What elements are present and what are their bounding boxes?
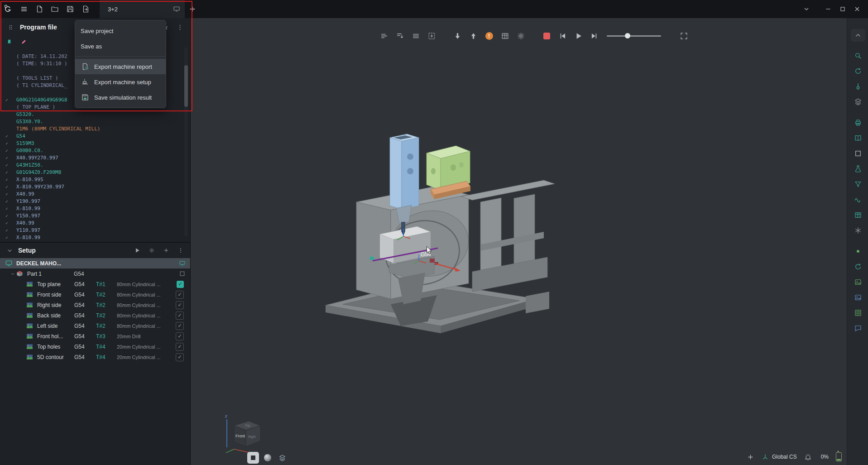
documentation-button[interactable] xyxy=(851,131,865,145)
gcode-line[interactable]: G54 xyxy=(0,132,182,139)
gcode-line[interactable]: X-810.99 xyxy=(0,205,182,212)
scrollbar-thumb[interactable] xyxy=(184,65,188,107)
open-file-button[interactable] xyxy=(47,0,62,18)
gcode-line[interactable]: S159M3 xyxy=(0,139,182,147)
go-to-line-button[interactable] xyxy=(394,30,406,42)
filter-button[interactable] xyxy=(851,177,865,191)
setup-tree-row[interactable]: Back side G54 T#2 80mm Cylindrical ... xyxy=(0,310,190,321)
grid-view-button[interactable] xyxy=(851,306,865,320)
navcube-right-face[interactable]: Right xyxy=(248,435,255,439)
layers-view-button[interactable] xyxy=(276,452,288,464)
shaded-view-button[interactable] xyxy=(262,452,273,464)
gcode-line[interactable]: Y150.997 xyxy=(0,212,182,219)
setup-tree-row[interactable]: Left side G54 T#2 80mm Cylindrical ... xyxy=(0,321,190,331)
bookmark-icon[interactable] xyxy=(5,38,13,45)
close-button[interactable] xyxy=(850,0,864,18)
gcode-line[interactable]: X-810.99Y230.997 xyxy=(0,183,182,190)
step-up-button[interactable] xyxy=(467,30,479,42)
new-file-button[interactable] xyxy=(32,0,47,18)
speed-slider[interactable] xyxy=(607,35,661,37)
show-all-lines-button[interactable] xyxy=(410,30,422,42)
setup-tree-row[interactable]: Front side G54 T#2 80mm Cylindrical ... xyxy=(0,289,190,300)
add-operation-button[interactable] xyxy=(161,245,171,255)
run-setup-button[interactable] xyxy=(132,245,142,255)
go-to-end-button[interactable] xyxy=(588,30,600,42)
maximize-button[interactable] xyxy=(835,0,850,18)
menu-item-export-machine-report[interactable]: Export machine report xyxy=(75,59,166,74)
row-right-icon[interactable] xyxy=(179,270,186,277)
selection-zone-button[interactable] xyxy=(426,30,437,42)
add-cs-button[interactable] xyxy=(747,453,754,461)
row-right-icon[interactable] xyxy=(179,260,186,267)
gcode-line[interactable]: G53X0.Y0. xyxy=(0,118,182,125)
setup-tree-row[interactable]: DECKEL MAHO... xyxy=(0,258,190,268)
gcode-line[interactable]: G5320. xyxy=(0,110,182,118)
save-button[interactable] xyxy=(62,0,78,18)
minimize-button[interactable] xyxy=(821,0,835,18)
menu-item-save-simulation-result[interactable]: Save simulation result xyxy=(75,90,166,105)
statistics-table-button[interactable] xyxy=(499,30,511,42)
collapse-rail-button[interactable] xyxy=(851,29,865,42)
navcube-top-face[interactable]: Top xyxy=(245,424,250,427)
workspace-chevron-button[interactable] xyxy=(799,0,814,18)
edit-marker-icon[interactable] xyxy=(20,38,27,45)
comments-button[interactable] xyxy=(851,321,865,335)
chevron-down-icon[interactable] xyxy=(10,271,16,277)
gcode-line[interactable]: Y190.997 xyxy=(0,197,182,205)
main-menu-button[interactable] xyxy=(16,0,32,18)
document-tab[interactable]: 3+2 xyxy=(100,0,185,18)
navigation-cube[interactable]: Z Top Front Right xyxy=(221,413,266,455)
warnings-button[interactable]: ! xyxy=(483,30,495,42)
program-scrollbar[interactable] xyxy=(184,47,188,236)
row-check-icon[interactable] xyxy=(176,322,184,330)
gcode-line[interactable]: X-810.99 xyxy=(0,234,182,241)
render-blue-button[interactable] xyxy=(851,291,865,304)
collapse-setup-icon[interactable] xyxy=(5,245,14,255)
row-check-icon[interactable] xyxy=(176,332,184,340)
solid-view-button[interactable] xyxy=(247,452,259,464)
slider-handle[interactable] xyxy=(625,33,630,38)
curves-button[interactable] xyxy=(851,260,865,273)
step-down-button[interactable] xyxy=(451,30,463,42)
setup-tree-row[interactable]: Front hol... G54 T#3 20mm Drill xyxy=(0,331,190,341)
rotate-view-button[interactable] xyxy=(851,64,865,78)
menu-item-save-project[interactable]: Save project xyxy=(75,23,166,38)
export-file-button[interactable] xyxy=(78,0,93,18)
probe-button[interactable] xyxy=(851,80,865,93)
fit-view-button[interactable] xyxy=(678,30,690,42)
setup-tree-row[interactable]: Part 1 G54 xyxy=(0,268,190,279)
gcode-line[interactable]: T1M6 (80MM CYLINDRICAL MILL) xyxy=(0,125,182,132)
stock-button[interactable] xyxy=(851,147,865,160)
gcode-line[interactable]: X40.99 xyxy=(0,190,182,197)
gcode-line[interactable]: G00B0.C0. xyxy=(0,147,182,154)
simulation-settings-button[interactable] xyxy=(515,30,527,42)
drag-handle-icon[interactable] xyxy=(5,22,15,32)
row-check-icon[interactable] xyxy=(176,291,184,299)
setup-tree-row[interactable]: Top holes G54 T#4 20mm Cylindrical ... xyxy=(0,341,190,352)
freeze-button[interactable] xyxy=(851,224,865,237)
report-table-button[interactable] xyxy=(851,208,865,222)
setup-tree-row[interactable]: Right side G54 T#2 80mm Cylindrical ... xyxy=(0,300,190,310)
analysis-button[interactable] xyxy=(851,193,865,206)
row-check-icon[interactable] xyxy=(176,353,184,361)
menu-item-save-as[interactable]: Save as xyxy=(75,38,166,54)
row-check-icon[interactable] xyxy=(176,312,184,320)
setup-settings-button[interactable] xyxy=(147,245,157,255)
program-structure-button[interactable] xyxy=(378,30,390,42)
navcube-front-face[interactable]: Front xyxy=(235,434,245,438)
gcode-line[interactable]: X-810.995 xyxy=(0,176,182,183)
menu-item-export-machine-setup[interactable]: Export machine setup xyxy=(75,74,166,90)
machine-report-button[interactable] xyxy=(851,116,865,129)
row-check-icon[interactable] xyxy=(176,343,184,351)
row-check-icon[interactable] xyxy=(176,301,184,309)
row-check-icon[interactable] xyxy=(177,281,184,288)
program-menu-kebab-icon[interactable] xyxy=(175,22,185,32)
setup-tree-row[interactable]: 5D contour G54 T#4 20mm Cylindrical ... xyxy=(0,352,190,362)
viewport-3d[interactable]: ! xyxy=(191,18,847,465)
setup-menu-kebab-icon[interactable] xyxy=(176,245,186,255)
go-to-start-button[interactable] xyxy=(556,30,568,42)
stop-button[interactable] xyxy=(541,30,552,42)
gcode-line[interactable]: Y110.997 xyxy=(0,226,182,234)
sections-button[interactable] xyxy=(851,95,865,109)
setup-tree-row[interactable]: Top plane G54 T#1 80mm Cylindrical ... xyxy=(0,279,190,289)
